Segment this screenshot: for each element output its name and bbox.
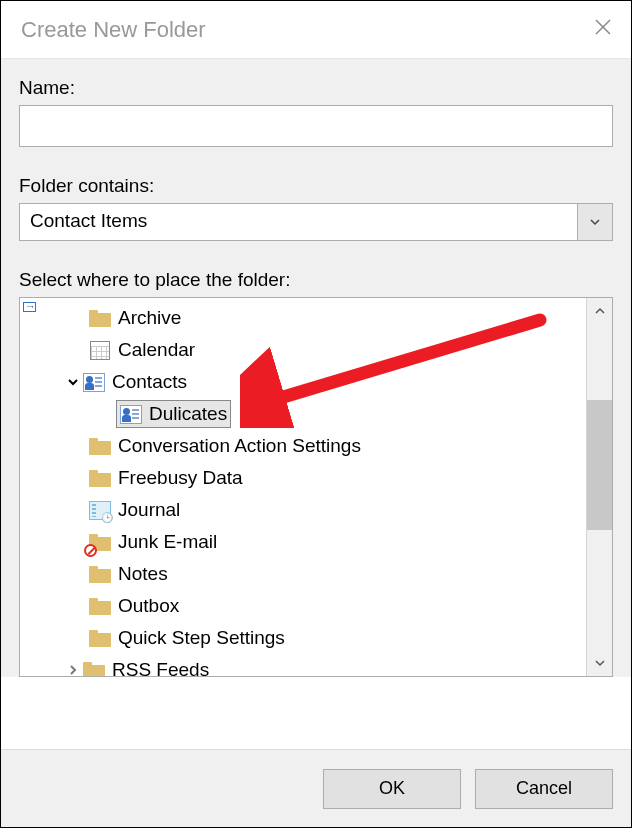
tree-item-outbox[interactable]: Outbox bbox=[20, 590, 586, 622]
dropdown-button[interactable] bbox=[577, 203, 613, 241]
tree-item-label: Outbox bbox=[118, 595, 179, 617]
tree-item-label: Journal bbox=[118, 499, 180, 521]
tree-item-quick-step-settings[interactable]: Quick Step Settings bbox=[20, 622, 586, 654]
name-input[interactable] bbox=[19, 105, 613, 147]
tree-item-rss-feeds[interactable]: RSS Feeds bbox=[20, 654, 586, 676]
tree-item-junk-email[interactable]: Junk E-mail bbox=[20, 526, 586, 558]
junk-icon bbox=[88, 531, 112, 553]
ok-button[interactable]: OK bbox=[323, 769, 461, 809]
tree-item-label: Dulicates bbox=[149, 403, 227, 425]
folder-icon bbox=[88, 467, 112, 489]
tree-item-freebusy-data[interactable]: Freebusy Data bbox=[20, 462, 586, 494]
tree-item-label: Junk E-mail bbox=[118, 531, 217, 553]
disclosure-toggle[interactable] bbox=[64, 376, 82, 388]
close-icon bbox=[593, 17, 613, 37]
name-label: Name: bbox=[19, 77, 613, 99]
tree-item-conversation-action-settings[interactable]: Conversation Action Settings bbox=[20, 430, 586, 462]
chevron-down-icon bbox=[67, 376, 79, 388]
chevron-right-icon bbox=[67, 664, 79, 676]
folder-icon bbox=[88, 435, 112, 457]
place-folder-label: Select where to place the folder: bbox=[19, 269, 613, 291]
folder-icon bbox=[88, 563, 112, 585]
scroll-down-button[interactable] bbox=[587, 650, 612, 676]
tree-item-label: Quick Step Settings bbox=[118, 627, 285, 649]
tree-item-label: Archive bbox=[118, 307, 181, 329]
tree-item-label: Conversation Action Settings bbox=[118, 435, 361, 457]
tree-item-calendar[interactable]: Calendar bbox=[20, 334, 586, 366]
disclosure-toggle[interactable] bbox=[64, 664, 82, 676]
dialog-title: Create New Folder bbox=[21, 17, 206, 43]
outbox-icon bbox=[88, 595, 112, 617]
tree-item-label: Notes bbox=[118, 563, 168, 585]
chevron-down-icon bbox=[589, 216, 601, 228]
folder-icon bbox=[88, 627, 112, 649]
tree-item-archive[interactable]: Archive bbox=[20, 302, 586, 334]
tree-item-label: Freebusy Data bbox=[118, 467, 243, 489]
scroll-up-button[interactable] bbox=[587, 298, 612, 324]
tree-viewport[interactable]: Archive Calendar Contacts bbox=[20, 298, 586, 676]
tree-item-label: Contacts bbox=[112, 371, 187, 393]
tree-item-contacts[interactable]: Contacts bbox=[20, 366, 586, 398]
calendar-icon bbox=[88, 339, 112, 361]
chevron-up-icon bbox=[594, 305, 606, 317]
title-bar: Create New Folder bbox=[1, 1, 631, 59]
folder-contains-select[interactable]: Contact Items bbox=[19, 203, 613, 241]
tree-item-notes[interactable]: Notes bbox=[20, 558, 586, 590]
tree-item-label: Calendar bbox=[118, 339, 195, 361]
chevron-down-icon bbox=[594, 657, 606, 669]
contact-icon bbox=[119, 403, 143, 425]
scrollbar-thumb[interactable] bbox=[587, 400, 612, 530]
tree-item-journal[interactable]: Journal bbox=[20, 494, 586, 526]
folder-icon bbox=[88, 307, 112, 329]
tree-item-label: RSS Feeds bbox=[112, 659, 209, 676]
folder-icon bbox=[82, 659, 106, 676]
cancel-button[interactable]: Cancel bbox=[475, 769, 613, 809]
folder-tree: Archive Calendar Contacts bbox=[19, 297, 613, 677]
scrollbar-vertical[interactable] bbox=[586, 298, 612, 676]
journal-icon bbox=[88, 499, 112, 521]
close-button[interactable] bbox=[589, 13, 617, 41]
folder-contains-label: Folder contains: bbox=[19, 175, 613, 197]
tree-item-dulicates[interactable]: Dulicates bbox=[20, 398, 586, 430]
folder-contains-value: Contact Items bbox=[19, 203, 577, 241]
dialog-button-bar: OK Cancel bbox=[1, 749, 631, 827]
contact-icon bbox=[82, 371, 106, 393]
